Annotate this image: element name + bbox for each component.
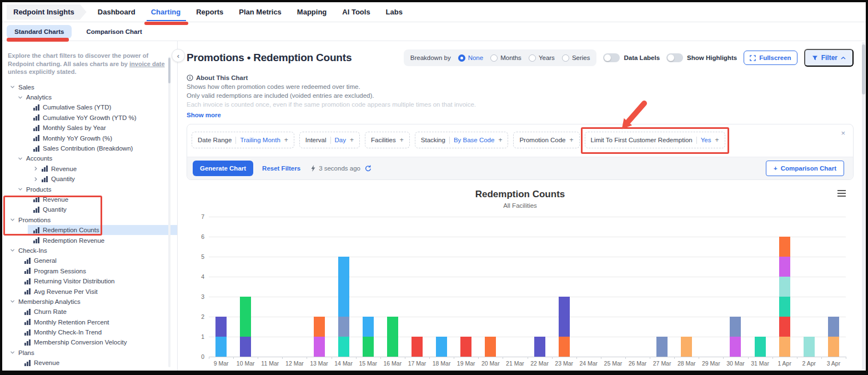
- x-axis-label: 27 Mar: [653, 360, 671, 367]
- plus-icon[interactable]: +: [715, 136, 719, 144]
- tree-label: Check-Ins: [18, 247, 47, 254]
- tree-item-membership-conversion-velocity[interactable]: Membership Conversion Velocity: [2, 337, 177, 347]
- tree-item-quantity[interactable]: Quantity: [2, 174, 177, 184]
- filter-pill-facilities[interactable]: Facilities+: [365, 132, 410, 148]
- toggle-show-highlights[interactable]: Show Highlights: [666, 53, 737, 62]
- tree-item-churn-rate[interactable]: Churn Rate: [2, 307, 177, 317]
- tree-group-accounts[interactable]: Accounts: [2, 153, 177, 163]
- tree-group-check-ins[interactable]: Check-Ins: [2, 246, 177, 256]
- filter-pill-date-range[interactable]: Date RangeTrailing Month+: [192, 132, 294, 148]
- tree-group-products[interactable]: Products: [2, 184, 177, 194]
- plus-icon[interactable]: +: [570, 136, 574, 144]
- bar-segment-1-apr-corpmount: [779, 277, 790, 297]
- toggle-switch[interactable]: [666, 53, 683, 62]
- x-axis-tick: [674, 357, 675, 359]
- filter-pill-limit-to-first-customer-redemption[interactable]: Limit To First Customer RedemptionYes+: [585, 132, 725, 148]
- breakdown-radio-series[interactable]: Series: [562, 54, 590, 62]
- tree-item-revenue[interactable]: Revenue: [2, 164, 177, 174]
- bar-segment-14-mar-lilmon: [338, 257, 349, 317]
- refresh-icon[interactable]: [365, 165, 372, 172]
- tree-item-redemption-counts[interactable]: Redemption Counts: [2, 225, 177, 235]
- toggle-data-labels[interactable]: Data Labels: [603, 53, 660, 62]
- tree-group-plans[interactable]: Plans: [2, 348, 177, 358]
- chevron-right-icon[interactable]: [33, 166, 38, 171]
- breakdown-radio-years[interactable]: Years: [529, 54, 555, 62]
- tree-item-quantity[interactable]: Quantity: [2, 204, 177, 214]
- gridline: [209, 237, 846, 237]
- x-axis-tick: [478, 357, 479, 359]
- tree-group-membership-analytics[interactable]: Membership Analytics: [2, 297, 177, 307]
- toggle-switch[interactable]: [603, 53, 620, 62]
- tree-item-monthly-check-in-trend[interactable]: Monthly Check-In Trend: [2, 327, 177, 337]
- tree-item-monthly-retention-percent[interactable]: Monthly Retention Percent: [2, 317, 177, 327]
- invoice-date-link[interactable]: invoice date: [129, 61, 165, 67]
- tree-item-program-sessions[interactable]: Program Sessions: [2, 266, 177, 276]
- y-axis-label: 5: [201, 253, 204, 260]
- add-comparison-chart-button[interactable]: +Comparison Chart: [766, 161, 844, 176]
- tree-item-avg-revenue-per-visit[interactable]: Avg Revenue Per Visit: [2, 286, 177, 296]
- tree-label: Monthly Retention Percent: [34, 319, 109, 326]
- fullscreen-icon: [750, 55, 756, 61]
- show-more-link[interactable]: Show more: [187, 112, 854, 118]
- tree-item-cumulative-sales-ytd[interactable]: Cumulative Sales (YTD): [2, 102, 177, 112]
- annotation-underline-nav: [144, 22, 188, 25]
- tree-item-monthly-yoy-growth[interactable]: Monthly YoY Growth (%): [2, 133, 177, 143]
- nav-item-labs[interactable]: Labs: [386, 8, 403, 16]
- filter-pill-promotion-code[interactable]: Promotion Code+: [513, 132, 579, 148]
- tab-comparison-chart[interactable]: Comparison Chart: [78, 25, 149, 38]
- gridline: [209, 257, 846, 257]
- tree-item-monthly-sales-by-year[interactable]: Monthly Sales by Year: [2, 123, 177, 133]
- plus-icon[interactable]: +: [350, 136, 354, 144]
- tree-label: Redemption Revenue: [43, 237, 104, 244]
- breakdown-radio-months[interactable]: Months: [490, 54, 521, 62]
- nav-item-reports[interactable]: Reports: [196, 8, 223, 16]
- y-axis-label: 4: [201, 273, 204, 280]
- chart-plot: 012345679 Mar10 Mar11 Mar12 Mar13 Mar14 …: [209, 217, 846, 357]
- chevron-right-icon[interactable]: [33, 177, 38, 182]
- reset-filters-link[interactable]: Reset Filters: [262, 165, 300, 172]
- filter-pill-interval[interactable]: IntervalDay+: [299, 132, 360, 148]
- tab-standard-charts[interactable]: Standard Charts: [7, 25, 72, 38]
- tree-item-general[interactable]: General: [2, 256, 177, 266]
- filter-button[interactable]: Filter: [804, 49, 854, 67]
- generate-chart-button[interactable]: Generate Chart: [193, 161, 253, 176]
- tree-item-redemption-revenue[interactable]: Redemption Revenue: [2, 235, 177, 245]
- close-icon[interactable]: ×: [841, 129, 845, 137]
- tree-group-sales[interactable]: Sales: [2, 82, 177, 92]
- sidebar-scrollbar-track[interactable]: [168, 57, 170, 367]
- x-axis-tick: [503, 357, 503, 359]
- nav-item-mapping[interactable]: Mapping: [297, 8, 327, 16]
- nav-item-ai-tools[interactable]: AI Tools: [342, 8, 370, 16]
- nav-item-charting[interactable]: Charting: [151, 8, 180, 16]
- chart-menu-icon[interactable]: [837, 190, 846, 197]
- tree-label: Churn Rate: [34, 308, 67, 315]
- x-axis-label: 19 Mar: [457, 360, 475, 367]
- tree-group-conversions[interactable]: Conversions: [2, 368, 177, 371]
- nav-item-dashboard[interactable]: Dashboard: [98, 8, 136, 16]
- main-scrollbar-thumb[interactable]: [862, 44, 865, 94]
- tree-item-returning-visitor-distribution[interactable]: Returning Visitor Distribution: [2, 276, 177, 286]
- bar-segment-22-mar-donation: [534, 337, 545, 357]
- tree-label: General: [34, 257, 57, 264]
- plus-icon[interactable]: +: [284, 136, 288, 144]
- sidebar-collapse-button[interactable]: ‹: [172, 49, 185, 62]
- tree-item-revenue[interactable]: Revenue: [2, 358, 177, 368]
- fullscreen-button[interactable]: Fullscreen: [744, 51, 797, 65]
- chart-subtitle: All Facilities: [187, 202, 854, 209]
- tree-label: Avg Revenue Per Visit: [34, 288, 98, 295]
- app-window: Redpoint Insights DashboardChartingRepor…: [2, 2, 866, 371]
- bar-segment-10-mar-donation: [240, 337, 251, 357]
- tree-group-promotions[interactable]: Promotions: [2, 215, 177, 225]
- tree-item-cumulative-yoy-growth-ytd[interactable]: Cumulative YoY Growth (YTD %): [2, 113, 177, 123]
- plus-icon[interactable]: +: [400, 136, 404, 144]
- tree-item-revenue[interactable]: Revenue: [2, 194, 177, 204]
- nav-item-plan-metrics[interactable]: Plan Metrics: [239, 8, 282, 16]
- bar-segment-23-mar-donation: [559, 297, 570, 337]
- plus-icon[interactable]: +: [498, 136, 502, 144]
- breakdown-radio-none[interactable]: None: [458, 54, 484, 62]
- sidebar-scrollbar-thumb[interactable]: [168, 58, 170, 83]
- tree-item-sales-contribution-breakdown[interactable]: Sales Contribution (Breakdown): [2, 143, 177, 153]
- radio-icon: [458, 54, 465, 62]
- filter-pill-stacking[interactable]: StackingBy Base Code+: [415, 132, 509, 148]
- tree-group-analytics[interactable]: Analytics: [2, 92, 177, 102]
